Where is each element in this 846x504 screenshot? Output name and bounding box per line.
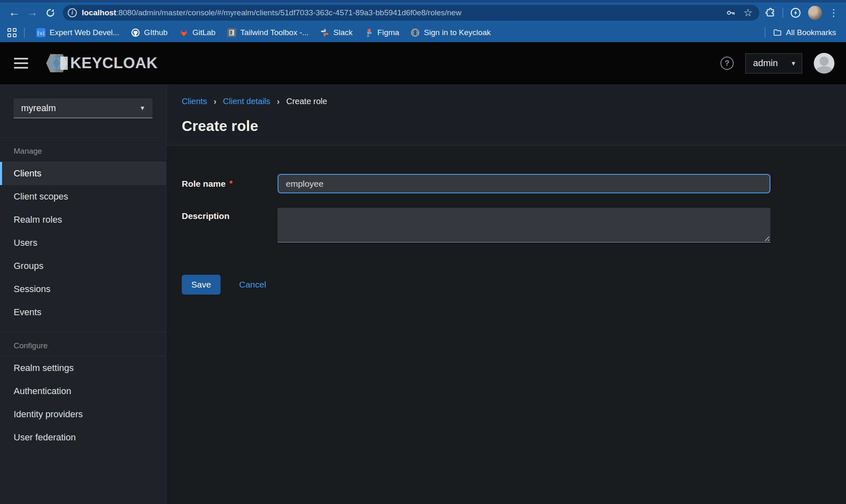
slack-icon — [320, 28, 329, 37]
sidebar-item-realm-roles[interactable]: Realm roles — [0, 208, 166, 231]
browser-profile-avatar[interactable] — [808, 6, 822, 20]
bookmark-label: Slack — [333, 28, 352, 37]
bookmark-expert-web-dev[interactable]: [u] Expert Web Devel... — [32, 26, 124, 40]
github-icon — [131, 28, 140, 37]
form-actions: Save Cancel — [182, 275, 770, 295]
bookmark-star-icon[interactable]: ☆ — [744, 7, 753, 18]
keycloak-logo[interactable]: KEYCLOAK — [44, 51, 158, 76]
sidebar-item-groups[interactable]: Groups — [0, 254, 166, 278]
sidebar-item-label: Users — [14, 238, 37, 248]
bookmarks-right-divider — [765, 28, 765, 38]
sidebar-item-events[interactable]: Events — [0, 301, 166, 324]
sidebar-nav: myrealm ▾ Manage Clients Client scopes R… — [0, 84, 166, 504]
browser-menu-icon[interactable]: ⋮ — [829, 8, 839, 18]
breadcrumb-client-details-link[interactable]: Client details — [223, 97, 271, 106]
bookmark-label: Expert Web Devel... — [50, 28, 119, 37]
bookmark-slack[interactable]: Slack — [316, 26, 356, 40]
keycloak-favicon — [411, 28, 420, 37]
page-header-section: Clients › Client details › Create role C… — [166, 84, 846, 145]
bookmark-github[interactable]: GIthub — [127, 26, 172, 40]
bookmark-label: Figma — [378, 28, 399, 37]
bookmark-label: GitLab — [192, 28, 216, 37]
bookmarks-bar: [u] Expert Web Devel... GIthub GitLab Ta… — [0, 23, 846, 42]
nav-section-manage: Manage — [0, 138, 166, 162]
breadcrumb-clients-link[interactable]: Clients — [182, 97, 207, 106]
bookmark-label: Sign in to Keycloak — [424, 28, 491, 37]
breadcrumb: Clients › Client details › Create role — [182, 97, 846, 106]
sidebar-item-label: Realm roles — [14, 214, 62, 225]
forward-icon[interactable]: → — [24, 5, 40, 21]
back-icon[interactable]: ← — [6, 5, 22, 21]
chevron-right-icon: › — [277, 97, 280, 106]
breadcrumb-current: Create role — [286, 97, 327, 106]
bookmark-keycloak-signin[interactable]: Sign in to Keycloak — [406, 26, 495, 40]
realm-selector-value: myrealm — [21, 103, 56, 114]
bookmark-figma[interactable]: Figma — [360, 26, 404, 40]
svg-text:[u]: [u] — [37, 30, 45, 36]
sidebar-item-label: Sessions — [14, 284, 50, 295]
user-avatar[interactable] — [814, 53, 834, 74]
help-icon[interactable]: ? — [720, 57, 734, 70]
sidebar-item-realm-settings[interactable]: Realm settings — [0, 357, 166, 380]
browser-toolbar: ← → i localhost:8080/admin/master/consol… — [0, 2, 846, 23]
role-name-input[interactable] — [278, 174, 770, 193]
caret-down-icon: ▾ — [791, 59, 795, 68]
sidebar-item-label: Identity providers — [14, 409, 83, 420]
apps-grid-icon[interactable] — [7, 28, 17, 37]
create-role-form: Role name * Description Save Cancel — [166, 145, 846, 295]
keycloak-logo-icon — [44, 51, 69, 76]
username: admin — [753, 58, 778, 69]
screen: ← → i localhost:8080/admin/master/consol… — [0, 0, 846, 504]
role-name-label: Role name * — [182, 174, 278, 193]
keycloak-masthead: KEYCLOAK ? admin ▾ — [0, 42, 846, 84]
user-dropdown[interactable]: admin ▾ — [745, 53, 802, 74]
bookmark-gitlab[interactable]: GitLab — [175, 26, 220, 40]
main-content: Clients › Client details › Create role C… — [166, 84, 846, 504]
sidebar-item-clients[interactable]: Clients — [0, 162, 166, 185]
sidebar-item-label: Groups — [14, 261, 43, 271]
bookmark-label: GIthub — [144, 28, 168, 37]
url-text: localhost:8080/admin/master/console/#/my… — [82, 8, 725, 17]
sidebar-item-label: Events — [14, 307, 41, 318]
code-brackets-icon: [u] — [36, 28, 45, 37]
hamburger-menu-icon[interactable] — [14, 58, 28, 69]
all-bookmarks-button[interactable]: All Bookmarks — [773, 28, 839, 37]
bookmarks-divider — [24, 28, 25, 38]
sidebar-item-identity-providers[interactable]: Identity providers — [0, 403, 166, 426]
sidebar-item-label: Clients — [14, 168, 41, 179]
description-label: Description — [182, 208, 278, 221]
page-info-icon[interactable]: i — [68, 8, 77, 17]
description-textarea[interactable] — [278, 208, 770, 242]
url-bar[interactable]: i localhost:8080/admin/master/console/#/… — [63, 5, 759, 21]
caret-down-icon: ▾ — [140, 104, 144, 112]
page-title: Create role — [182, 118, 846, 134]
all-bookmarks-label: All Bookmarks — [786, 28, 836, 37]
password-key-icon[interactable] — [725, 7, 736, 18]
tailwind-toolbox-icon — [227, 28, 236, 37]
sidebar-item-users[interactable]: Users — [0, 231, 166, 254]
sidebar-item-label: User federation — [14, 432, 76, 443]
toolbar-right: ⋮ — [765, 6, 840, 20]
nav-section-configure: Configure — [0, 332, 166, 356]
save-button[interactable]: Save — [182, 275, 221, 295]
gitlab-icon — [179, 28, 188, 37]
keycloak-brand-text: KEYCLOAK — [70, 55, 158, 72]
cancel-link[interactable]: Cancel — [239, 280, 266, 290]
sidebar-item-user-federation[interactable]: User federation — [0, 426, 166, 449]
sidebar-item-label: Authentication — [14, 386, 71, 397]
extension-bolt-icon[interactable] — [790, 7, 801, 19]
extensions-icon[interactable] — [765, 7, 776, 18]
sidebar-item-label: Realm settings — [14, 363, 74, 373]
required-asterisk: * — [229, 179, 233, 188]
sidebar-item-sessions[interactable]: Sessions — [0, 278, 166, 301]
chevron-right-icon: › — [214, 97, 216, 106]
bookmark-label: Tailwind Toolbox -... — [240, 28, 309, 37]
reload-icon[interactable] — [42, 5, 59, 21]
toolbar-divider — [782, 8, 783, 18]
bookmark-tailwind-toolbox[interactable]: Tailwind Toolbox -... — [223, 26, 313, 40]
sidebar-item-authentication[interactable]: Authentication — [0, 380, 166, 403]
sidebar-item-client-scopes[interactable]: Client scopes — [0, 185, 166, 208]
figma-icon — [364, 28, 373, 37]
url-path: :8080/admin/master/console/#/myrealm/cli… — [116, 8, 461, 17]
realm-selector[interactable]: myrealm ▾ — [14, 98, 152, 118]
